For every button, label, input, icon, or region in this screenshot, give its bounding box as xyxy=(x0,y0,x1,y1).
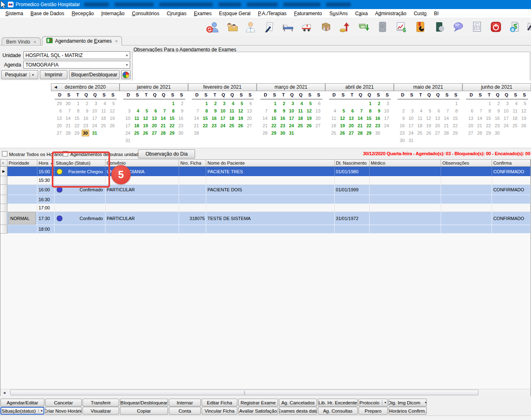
day-cell[interactable]: 22 xyxy=(168,122,177,129)
day-cell[interactable]: 30 xyxy=(493,129,502,137)
prev-month-arrow-icon[interactable]: ◀ xyxy=(54,84,57,91)
day-cell[interactable]: 9 xyxy=(278,107,287,115)
day-cell[interactable]: 7 xyxy=(442,107,451,115)
day-cell[interactable]: 4 xyxy=(132,107,141,115)
day-cell[interactable]: 1 xyxy=(364,100,373,107)
day-cell[interactable]: 14 xyxy=(475,115,484,122)
month-header[interactable]: maio de 2021 xyxy=(394,83,462,91)
day-cell[interactable]: 25 xyxy=(415,129,424,137)
day-cell[interactable]: 25 xyxy=(510,122,520,129)
row-header[interactable] xyxy=(0,225,7,234)
day-cell[interactable]: 6 xyxy=(245,100,254,107)
day-cell[interactable]: 28 xyxy=(356,129,365,137)
month-header[interactable]: março de 2021 xyxy=(257,83,325,91)
doctor-icon[interactable] xyxy=(244,20,257,34)
day-cell[interactable]: 4 xyxy=(296,100,305,107)
day-cell[interactable]: 12 xyxy=(519,107,528,115)
day-cell[interactable]: 18 xyxy=(329,122,338,129)
menu-consultorios[interactable]: Consultórios xyxy=(128,9,163,18)
day-cell[interactable]: 24 xyxy=(407,129,416,137)
day-cell[interactable]: 26 xyxy=(305,122,314,129)
chat-icon[interactable] xyxy=(451,20,465,34)
day-cell[interactable]: 19 xyxy=(338,122,347,129)
day-cell[interactable]: 24 xyxy=(382,122,391,129)
day-cell[interactable]: 7 xyxy=(260,107,269,115)
day-cell[interactable]: 12 xyxy=(108,107,117,115)
day-cell[interactable]: 23 xyxy=(176,122,185,129)
day-cell[interactable]: 31 xyxy=(287,129,296,137)
day-cell[interactable]: 8 xyxy=(72,107,81,115)
day-cell[interactable]: 15 xyxy=(484,115,493,122)
day-cell[interactable]: 1 xyxy=(269,100,278,107)
day-cell[interactable]: 18 xyxy=(296,115,305,122)
day-cell[interactable]: 25 xyxy=(227,122,236,129)
day-cell[interactable]: 23 xyxy=(493,122,502,129)
day-cell[interactable]: 5 xyxy=(519,100,528,107)
scrollbar-thumb[interactable] xyxy=(10,390,478,395)
day-cell[interactable]: 6 xyxy=(55,107,64,115)
menu-administracao[interactable]: Administração xyxy=(371,9,410,18)
cancelar-button[interactable]: Cancelar xyxy=(45,399,82,406)
day-cell[interactable]: 16 xyxy=(398,122,407,129)
day-cell[interactable]: 29 xyxy=(451,129,460,137)
close-icon[interactable]: × xyxy=(115,39,117,44)
day-cell[interactable]: 11 xyxy=(99,107,108,115)
lib-hr-excedente-button[interactable]: Lib. Hr. Excedente xyxy=(318,399,358,406)
day-cell[interactable]: 10 xyxy=(382,107,391,115)
visualizar-button[interactable]: Visualizar xyxy=(83,407,119,415)
day-cell[interactable]: 11 xyxy=(296,107,305,115)
registrar-exame-button[interactable]: Registrar Exame xyxy=(238,399,278,406)
day-cell[interactable]: 11 xyxy=(329,115,338,122)
day-cell[interactable]: 8 xyxy=(168,107,177,115)
day-cell[interactable]: 3 xyxy=(287,100,296,107)
revenue-up-icon[interactable] xyxy=(338,20,352,34)
day-cell[interactable]: 3 xyxy=(123,107,132,115)
day-cell[interactable]: 20 xyxy=(466,122,475,129)
day-cell[interactable]: 26 xyxy=(141,129,150,137)
day-cell[interactable]: 9 xyxy=(176,107,185,115)
menu-estoque-geral[interactable]: Estoque Geral xyxy=(215,9,254,18)
day-cell[interactable]: 17 xyxy=(501,115,510,122)
col-header-observacoes[interactable]: Observações xyxy=(441,160,492,166)
day-cell[interactable]: 11 xyxy=(227,107,236,115)
bloquear-desbloquear-button[interactable]: Bloquear/Desbloquear xyxy=(120,399,168,406)
day-cell[interactable]: 13 xyxy=(245,107,254,115)
day-cell[interactable]: 21 xyxy=(192,122,201,129)
row-header[interactable] xyxy=(0,176,7,185)
hospital-bed-icon[interactable] xyxy=(281,20,295,34)
day-cell[interactable]: 18 xyxy=(510,115,520,122)
bloquear-desbloquear-button[interactable]: Bloquer/Desbloquear xyxy=(69,70,120,79)
ag-cancelados-button[interactable]: Ag. Cancelados xyxy=(279,399,317,406)
day-cell[interactable]: 26 xyxy=(519,122,528,129)
day-cell[interactable]: 29 xyxy=(269,129,278,137)
day-cell[interactable]: 22 xyxy=(269,122,278,129)
day-cell[interactable]: 15 xyxy=(201,115,210,122)
day-cell[interactable]: 12 xyxy=(141,115,150,122)
day-cell[interactable]: 11 xyxy=(415,115,424,122)
day-cell[interactable]: 4 xyxy=(99,100,108,107)
day-cell[interactable]: 18 xyxy=(415,122,424,129)
day-cell[interactable]: 28 xyxy=(64,129,73,137)
day-cell[interactable]: 19 xyxy=(519,115,528,122)
day-cell[interactable]: 30 xyxy=(64,100,73,107)
day-cell[interactable]: 28 xyxy=(260,129,269,137)
day-cell[interactable]: 9 xyxy=(209,107,218,115)
patients-folder-icon[interactable] xyxy=(225,20,239,34)
row-header[interactable]: ▶ xyxy=(0,167,7,176)
day-cell[interactable]: 23 xyxy=(398,129,407,137)
vincular-ficha-button[interactable]: Vincular Ficha xyxy=(202,407,237,415)
day-cell[interactable]: 18 xyxy=(227,115,236,122)
day-cell[interactable]: 13 xyxy=(55,115,64,122)
observacoes-textarea[interactable] xyxy=(132,52,530,81)
day-cell[interactable]: 31 xyxy=(90,129,99,137)
row-header[interactable] xyxy=(0,185,7,195)
exames-desta-data-button[interactable]: Exames desta data xyxy=(279,407,317,415)
day-cell[interactable]: 20 xyxy=(55,122,64,129)
day-cell[interactable]: 7 xyxy=(356,107,365,115)
agendar-editar-button[interactable]: Agendar/Editar xyxy=(0,399,44,406)
day-cell[interactable]: 20 xyxy=(150,122,159,129)
day-cell[interactable]: 16 xyxy=(81,115,90,122)
day-cell[interactable]: 22 xyxy=(201,122,210,129)
day-cell[interactable]: 14 xyxy=(192,115,201,122)
day-cell[interactable]: 5 xyxy=(338,107,347,115)
